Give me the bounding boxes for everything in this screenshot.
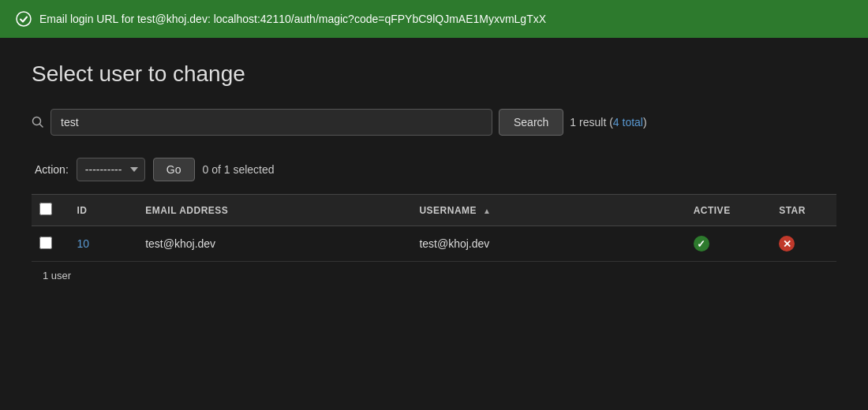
- header-star: STAR: [768, 195, 836, 226]
- row-checkbox-col: [32, 226, 65, 262]
- search-icon: [32, 116, 44, 129]
- action-label: Action:: [35, 163, 69, 176]
- row-star: ✕: [768, 226, 836, 262]
- active-check-icon: ✓: [694, 236, 709, 252]
- row-username: test@khoj.dev: [408, 226, 682, 262]
- row-id-link[interactable]: 10: [77, 237, 89, 250]
- header-active: ACTIVE: [683, 195, 769, 226]
- banner-message: Email login URL for test@khoj.dev: local…: [39, 13, 546, 25]
- footer-count: 1 user: [32, 262, 836, 289]
- star-cross-icon: ✕: [779, 236, 795, 252]
- row-email: test@khoj.dev: [134, 226, 408, 262]
- row-active: ✓: [683, 226, 769, 262]
- select-all-checkbox[interactable]: [39, 203, 52, 215]
- row-checkbox[interactable]: [39, 237, 52, 249]
- main-content: Select user to change Search 1 result (4…: [0, 38, 868, 305]
- svg-point-0: [17, 12, 31, 26]
- page-title: Select user to change: [32, 62, 836, 87]
- action-select[interactable]: ----------: [77, 158, 145, 181]
- search-result-total: 4 total: [613, 116, 643, 129]
- success-banner: Email login URL for test@khoj.dev: local…: [0, 0, 868, 38]
- selected-count: 0 of 1 selected: [203, 163, 275, 176]
- row-id: 10: [65, 226, 134, 262]
- success-icon: [16, 11, 32, 27]
- search-row: Search 1 result (4 total): [32, 109, 836, 136]
- action-row: Action: ---------- Go 0 of 1 selected: [32, 158, 836, 181]
- search-button[interactable]: Search: [499, 109, 563, 136]
- go-button[interactable]: Go: [153, 158, 195, 181]
- header-username[interactable]: USERNAME ▲: [408, 195, 682, 226]
- search-input[interactable]: [51, 109, 492, 136]
- header-id: ID: [65, 195, 134, 226]
- svg-line-2: [40, 125, 43, 128]
- table-row: 10 test@khoj.dev test@khoj.dev ✓ ✕: [32, 226, 836, 262]
- header-checkbox-col: [32, 195, 65, 226]
- search-result-text: 1 result (4 total): [570, 116, 646, 129]
- table-header-row: ID EMAIL ADDRESS USERNAME ▲ ACTIVE STAR: [32, 195, 836, 226]
- data-table: ID EMAIL ADDRESS USERNAME ▲ ACTIVE STAR: [32, 194, 836, 262]
- sort-arrow-username: ▲: [483, 207, 491, 215]
- header-email: EMAIL ADDRESS: [134, 195, 408, 226]
